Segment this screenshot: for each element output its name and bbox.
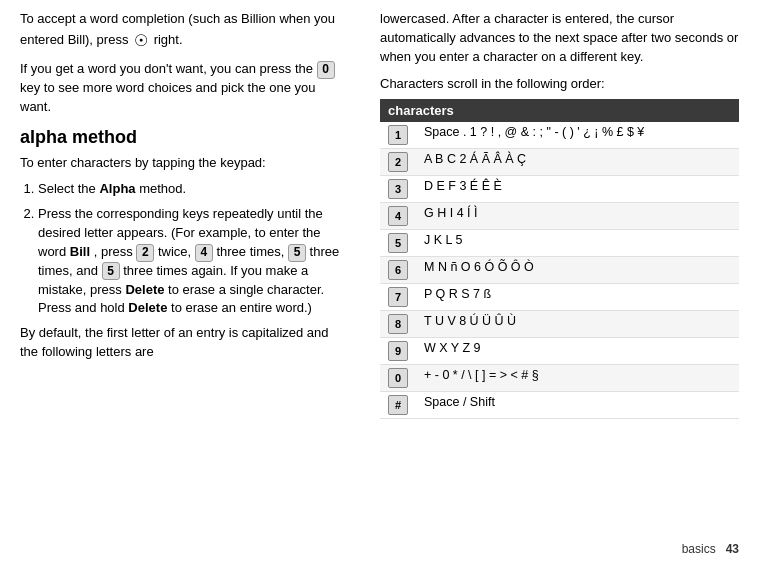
chars-cell: M N ñ O 6 Ó Õ Ô Ò: [416, 257, 739, 284]
key-box: 5: [388, 233, 408, 253]
intro-p2-text: If you get a word you don't want, you ca…: [20, 61, 313, 76]
key-cell: 0: [380, 365, 416, 392]
table-row: 3D E F 3 É Ê È: [380, 176, 739, 203]
table-row: 6M N ñ O 6 Ó Õ Ô Ò: [380, 257, 739, 284]
step-1: Select the Alpha method.: [38, 180, 350, 199]
key-cell: 1: [380, 122, 416, 149]
step-2: Press the corresponding keys repeatedly …: [38, 205, 350, 318]
footer-basics-label: basics: [682, 542, 716, 556]
key-cell: 7: [380, 284, 416, 311]
characters-table: characters 1Space . 1 ? ! , @ & : ; " - …: [380, 99, 739, 419]
steps-list: Select the Alpha method. Press the corre…: [20, 180, 350, 318]
chars-cell: W X Y Z 9: [416, 338, 739, 365]
key-box: 0: [388, 368, 408, 388]
page-container: To accept a word completion (such as Bil…: [0, 0, 759, 564]
chars-cell: A B C 2 Á Ã Â À Ç: [416, 149, 739, 176]
key-cell: 3: [380, 176, 416, 203]
chars-cell: Space / Shift: [416, 392, 739, 419]
step2-word: Bill: [70, 244, 90, 259]
table-header: characters: [380, 99, 739, 122]
key-box: 6: [388, 260, 408, 280]
chars-cell: Space . 1 ? ! , @ & : ; " - ( ) ' ¿ ¡ % …: [416, 122, 739, 149]
key-box: 1: [388, 125, 408, 145]
key-cell: 9: [380, 338, 416, 365]
key-5b-badge: 5: [102, 262, 120, 280]
key-box: 2: [388, 152, 408, 172]
section-heading-alpha: alpha method: [20, 127, 350, 148]
step2-after: twice,: [158, 244, 191, 259]
table-row: 5J K L 5: [380, 230, 739, 257]
step2-cont: three times,: [216, 244, 284, 259]
key-cell: 8: [380, 311, 416, 338]
intro-paragraph-2: If you get a word you don't want, you ca…: [20, 60, 350, 117]
chars-cell: J K L 5: [416, 230, 739, 257]
chars-cell: + - 0 * / \ [ ] = > < # §: [416, 365, 739, 392]
table-row: 1Space . 1 ? ! , @ & : ; " - ( ) ' ¿ ¡ %…: [380, 122, 739, 149]
intro-paragraph-3: To enter characters by tapping the keypa…: [20, 154, 350, 173]
footer-page-number: 43: [726, 542, 739, 556]
table-row: 7P Q R S 7 ß: [380, 284, 739, 311]
key-box: 4: [388, 206, 408, 226]
table-row: 8T U V 8 Ú Ü Û Ù: [380, 311, 739, 338]
step1-method: Alpha: [99, 181, 135, 196]
key-box: 9: [388, 341, 408, 361]
intro-continuation: lowercased. After a character is entered…: [380, 10, 739, 67]
left-column: To accept a word completion (such as Bil…: [20, 10, 360, 554]
key-cell: 6: [380, 257, 416, 284]
by-default-text: By default, the first letter of an entry…: [20, 324, 350, 362]
table-row: 9W X Y Z 9: [380, 338, 739, 365]
step2-delete2: Delete: [128, 300, 167, 315]
chars-cell: T U V 8 Ú Ü Û Ù: [416, 311, 739, 338]
chars-cell: G H I 4 Í Ì: [416, 203, 739, 230]
chars-cell: D E F 3 É Ê È: [416, 176, 739, 203]
table-row: 4G H I 4 Í Ì: [380, 203, 739, 230]
key-cell: 2: [380, 149, 416, 176]
step2-end: to erase an entire word.): [171, 300, 312, 315]
intro-p1-after: right.: [154, 32, 183, 47]
key-box: 7: [388, 287, 408, 307]
scroll-note: Characters scroll in the following order…: [380, 75, 739, 94]
key-2-badge: 2: [136, 244, 154, 262]
right-column: lowercased. After a character is entered…: [380, 10, 739, 554]
intro-paragraph-1: To accept a word completion (such as Bil…: [20, 10, 350, 52]
key-box: #: [388, 395, 408, 415]
key-cell: 4: [380, 203, 416, 230]
nav-arrow-icon: ☉: [134, 29, 148, 52]
table-row: 2A B C 2 Á Ã Â À Ç: [380, 149, 739, 176]
step2-delete1: Delete: [125, 282, 164, 297]
intro-p2-mid: key to see more word choices and pick th…: [20, 80, 316, 114]
key-cell: #: [380, 392, 416, 419]
step1-prefix: Select the: [38, 181, 96, 196]
step2-mid: , press: [94, 244, 133, 259]
step1-suffix: method.: [139, 181, 186, 196]
key-5a-badge: 5: [288, 244, 306, 262]
table-row: 0+ - 0 * / \ [ ] = > < # §: [380, 365, 739, 392]
key-4-badge: 4: [195, 244, 213, 262]
table-row: #Space / Shift: [380, 392, 739, 419]
key-0-badge: 0: [317, 61, 335, 79]
footer: basics 43: [682, 542, 739, 556]
key-box: 3: [388, 179, 408, 199]
key-cell: 5: [380, 230, 416, 257]
chars-cell: P Q R S 7 ß: [416, 284, 739, 311]
key-box: 8: [388, 314, 408, 334]
